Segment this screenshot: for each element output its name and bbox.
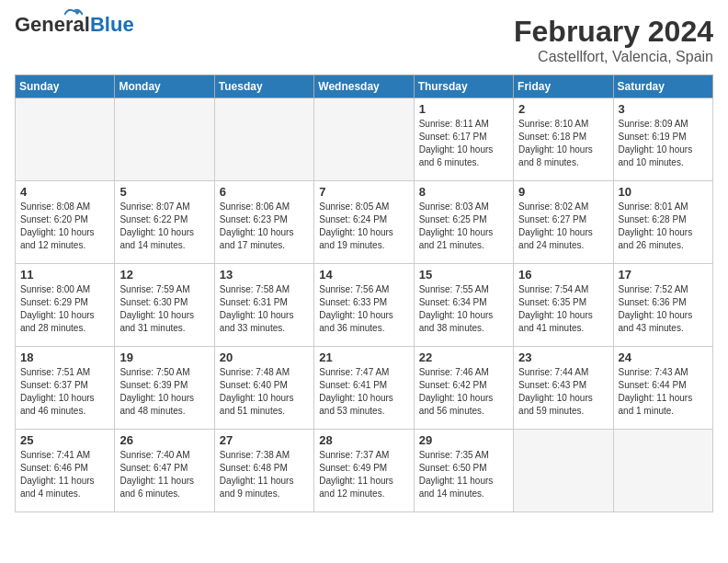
day-info: Sunrise: 7:48 AM Sunset: 6:40 PM Dayligh… xyxy=(220,366,309,418)
day-info: Sunrise: 7:51 AM Sunset: 6:37 PM Dayligh… xyxy=(20,366,109,418)
day-info: Sunrise: 8:07 AM Sunset: 6:22 PM Dayligh… xyxy=(119,201,209,252)
calendar-cell: 23Sunrise: 7:44 AM Sunset: 6:43 PM Dayli… xyxy=(514,347,613,430)
day-info: Sunrise: 8:01 AM Sunset: 6:28 PM Dayligh… xyxy=(619,201,708,252)
day-info: Sunrise: 7:41 AM Sunset: 6:46 PM Dayligh… xyxy=(20,449,109,500)
day-info: Sunrise: 8:06 AM Sunset: 6:23 PM Dayligh… xyxy=(220,201,309,252)
day-info: Sunrise: 7:43 AM Sunset: 6:44 PM Dayligh… xyxy=(619,366,708,418)
day-header-thursday: Thursday xyxy=(414,75,513,98)
day-number: 4 xyxy=(20,185,109,199)
calendar-cell: 3Sunrise: 8:09 AM Sunset: 6:19 PM Daylig… xyxy=(613,98,712,181)
day-header-sunday: Sunday xyxy=(16,75,115,98)
calendar-cell xyxy=(16,98,115,181)
day-number: 23 xyxy=(518,350,608,364)
day-number: 5 xyxy=(119,185,209,199)
logo: GeneralBlue xyxy=(15,15,134,35)
svg-marker-0 xyxy=(74,11,81,15)
day-info: Sunrise: 7:56 AM Sunset: 6:33 PM Dayligh… xyxy=(319,283,408,335)
calendar-cell: 25Sunrise: 7:41 AM Sunset: 6:46 PM Dayli… xyxy=(16,430,115,512)
day-info: Sunrise: 8:08 AM Sunset: 6:20 PM Dayligh… xyxy=(20,201,109,252)
day-info: Sunrise: 8:10 AM Sunset: 6:18 PM Dayligh… xyxy=(518,118,608,169)
calendar-cell: 19Sunrise: 7:50 AM Sunset: 6:39 PM Dayli… xyxy=(115,347,214,430)
day-number: 28 xyxy=(319,433,408,447)
day-info: Sunrise: 7:55 AM Sunset: 6:34 PM Dayligh… xyxy=(419,283,508,335)
day-info: Sunrise: 7:54 AM Sunset: 6:35 PM Dayligh… xyxy=(518,283,608,335)
day-number: 19 xyxy=(119,350,209,364)
calendar-cell: 13Sunrise: 7:58 AM Sunset: 6:31 PM Dayli… xyxy=(214,264,313,347)
calendar-cell: 5Sunrise: 8:07 AM Sunset: 6:22 PM Daylig… xyxy=(115,181,214,264)
calendar-cell: 28Sunrise: 7:37 AM Sunset: 6:49 PM Dayli… xyxy=(314,430,414,512)
calendar-cell: 15Sunrise: 7:55 AM Sunset: 6:34 PM Dayli… xyxy=(414,264,513,347)
calendar-cell: 1Sunrise: 8:11 AM Sunset: 6:17 PM Daylig… xyxy=(414,98,513,181)
day-info: Sunrise: 7:47 AM Sunset: 6:41 PM Dayligh… xyxy=(319,366,408,418)
day-number: 25 xyxy=(20,433,109,447)
day-number: 26 xyxy=(119,433,209,447)
calendar-cell: 4Sunrise: 8:08 AM Sunset: 6:20 PM Daylig… xyxy=(16,181,115,264)
calendar-cell xyxy=(214,98,313,181)
day-header-wednesday: Wednesday xyxy=(314,75,414,98)
title-block: February 2024 Castellfort, Valencia, Spa… xyxy=(514,15,713,65)
day-header-tuesday: Tuesday xyxy=(214,75,313,98)
day-number: 27 xyxy=(220,433,309,447)
day-info: Sunrise: 7:35 AM Sunset: 6:50 PM Dayligh… xyxy=(419,449,508,500)
calendar-cell xyxy=(514,430,613,512)
day-number: 14 xyxy=(319,268,408,282)
day-number: 20 xyxy=(220,350,309,364)
calendar-cell: 17Sunrise: 7:52 AM Sunset: 6:36 PM Dayli… xyxy=(613,264,712,347)
calendar-cell: 9Sunrise: 8:02 AM Sunset: 6:27 PM Daylig… xyxy=(514,181,613,264)
day-number: 7 xyxy=(319,185,408,199)
calendar-cell: 14Sunrise: 7:56 AM Sunset: 6:33 PM Dayli… xyxy=(314,264,414,347)
day-info: Sunrise: 7:59 AM Sunset: 6:30 PM Dayligh… xyxy=(119,283,209,335)
week-row-3: 11Sunrise: 8:00 AM Sunset: 6:29 PM Dayli… xyxy=(16,264,713,347)
day-info: Sunrise: 8:05 AM Sunset: 6:24 PM Dayligh… xyxy=(319,201,408,252)
calendar-cell xyxy=(314,98,414,181)
day-header-friday: Friday xyxy=(514,75,613,98)
month-year: February 2024 xyxy=(514,15,713,49)
day-info: Sunrise: 8:00 AM Sunset: 6:29 PM Dayligh… xyxy=(20,283,109,335)
day-header-saturday: Saturday xyxy=(613,75,712,98)
calendar-cell xyxy=(115,98,214,181)
day-info: Sunrise: 7:40 AM Sunset: 6:47 PM Dayligh… xyxy=(119,449,209,500)
day-info: Sunrise: 8:11 AM Sunset: 6:17 PM Dayligh… xyxy=(419,118,508,169)
day-info: Sunrise: 7:46 AM Sunset: 6:42 PM Dayligh… xyxy=(419,366,508,418)
day-number: 12 xyxy=(119,268,209,282)
calendar-table: SundayMondayTuesdayWednesdayThursdayFrid… xyxy=(15,75,713,512)
day-number: 15 xyxy=(419,268,508,282)
logo-blue: Blue xyxy=(90,13,134,36)
day-number: 3 xyxy=(619,102,708,116)
calendar-cell: 22Sunrise: 7:46 AM Sunset: 6:42 PM Dayli… xyxy=(414,347,513,430)
day-info: Sunrise: 7:37 AM Sunset: 6:49 PM Dayligh… xyxy=(319,449,408,500)
day-info: Sunrise: 8:02 AM Sunset: 6:27 PM Dayligh… xyxy=(518,201,608,252)
day-number: 1 xyxy=(419,102,508,116)
calendar-cell: 26Sunrise: 7:40 AM Sunset: 6:47 PM Dayli… xyxy=(115,430,214,512)
calendar-cell: 21Sunrise: 7:47 AM Sunset: 6:41 PM Dayli… xyxy=(314,347,414,430)
day-number: 21 xyxy=(319,350,408,364)
day-number: 18 xyxy=(20,350,109,364)
day-info: Sunrise: 8:09 AM Sunset: 6:19 PM Dayligh… xyxy=(619,118,708,169)
page-header: GeneralBlue February 2024 Castellfort, V… xyxy=(15,15,713,65)
calendar-cell: 8Sunrise: 8:03 AM Sunset: 6:25 PM Daylig… xyxy=(414,181,513,264)
calendar-cell: 18Sunrise: 7:51 AM Sunset: 6:37 PM Dayli… xyxy=(16,347,115,430)
day-info: Sunrise: 7:44 AM Sunset: 6:43 PM Dayligh… xyxy=(518,366,608,418)
week-row-5: 25Sunrise: 7:41 AM Sunset: 6:46 PM Dayli… xyxy=(16,430,713,512)
day-header-monday: Monday xyxy=(115,75,214,98)
calendar-cell: 16Sunrise: 7:54 AM Sunset: 6:35 PM Dayli… xyxy=(514,264,613,347)
day-number: 22 xyxy=(419,350,508,364)
day-number: 11 xyxy=(20,268,109,282)
logo-bird-icon xyxy=(64,7,83,22)
calendar-cell: 24Sunrise: 7:43 AM Sunset: 6:44 PM Dayli… xyxy=(613,347,712,430)
day-number: 13 xyxy=(220,268,309,282)
calendar-cell: 20Sunrise: 7:48 AM Sunset: 6:40 PM Dayli… xyxy=(214,347,313,430)
day-number: 16 xyxy=(518,268,608,282)
day-number: 17 xyxy=(619,268,708,282)
day-info: Sunrise: 7:50 AM Sunset: 6:39 PM Dayligh… xyxy=(119,366,209,418)
day-info: Sunrise: 7:58 AM Sunset: 6:31 PM Dayligh… xyxy=(220,283,309,335)
header-row: SundayMondayTuesdayWednesdayThursdayFrid… xyxy=(16,75,713,98)
calendar-cell: 27Sunrise: 7:38 AM Sunset: 6:48 PM Dayli… xyxy=(214,430,313,512)
location: Castellfort, Valencia, Spain xyxy=(514,49,713,65)
day-info: Sunrise: 8:03 AM Sunset: 6:25 PM Dayligh… xyxy=(419,201,508,252)
calendar-cell: 6Sunrise: 8:06 AM Sunset: 6:23 PM Daylig… xyxy=(214,181,313,264)
calendar-cell: 12Sunrise: 7:59 AM Sunset: 6:30 PM Dayli… xyxy=(115,264,214,347)
day-number: 2 xyxy=(518,102,608,116)
week-row-1: 1Sunrise: 8:11 AM Sunset: 6:17 PM Daylig… xyxy=(16,98,713,181)
week-row-2: 4Sunrise: 8:08 AM Sunset: 6:20 PM Daylig… xyxy=(16,181,713,264)
